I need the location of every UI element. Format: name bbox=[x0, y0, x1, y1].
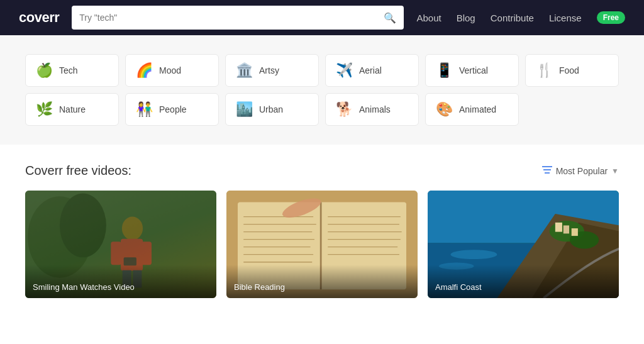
category-people[interactable]: 👫 People bbox=[125, 93, 219, 126]
videos-header: Coverr free videos: Most Popular ▼ bbox=[25, 164, 619, 178]
videos-title: Coverr free videos: bbox=[25, 164, 131, 178]
sort-dropdown-arrow: ▼ bbox=[611, 167, 619, 175]
artsy-icon: 🏛️ bbox=[236, 64, 253, 77]
aerial-icon: ✈️ bbox=[336, 64, 353, 77]
category-artsy[interactable]: 🏛️ Artsy bbox=[225, 54, 319, 87]
free-badge[interactable]: Free bbox=[597, 11, 625, 24]
svg-point-39 bbox=[450, 250, 497, 259]
videos-section: Coverr free videos: Most Popular ▼ bbox=[0, 145, 644, 317]
tech-icon: 🍏 bbox=[36, 64, 53, 77]
mood-icon: 🌈 bbox=[136, 64, 153, 77]
svg-point-6 bbox=[122, 217, 143, 240]
food-icon: 🍴 bbox=[536, 64, 553, 77]
svg-rect-8 bbox=[111, 241, 121, 265]
category-nature-label: Nature bbox=[59, 104, 86, 114]
category-artsy-label: Artsy bbox=[259, 65, 279, 75]
category-aerial-label: Aerial bbox=[359, 65, 382, 75]
svg-rect-37 bbox=[564, 225, 569, 233]
svg-point-5 bbox=[60, 194, 106, 258]
category-vertical[interactable]: 📱 Vertical bbox=[425, 54, 519, 87]
categories-grid: 🍏 Tech 🌈 Mood 🏛️ Artsy ✈️ Aerial 📱 Verti… bbox=[25, 54, 619, 126]
category-food-label: Food bbox=[559, 65, 579, 75]
nature-icon: 🌿 bbox=[36, 103, 53, 116]
video-card-bible[interactable]: Bible Reading bbox=[226, 191, 418, 298]
category-urban[interactable]: 🏙️ Urban bbox=[225, 93, 319, 126]
video-label-2: Bible Reading bbox=[226, 265, 418, 298]
search-bar[interactable]: 🔍 bbox=[72, 6, 404, 30]
urban-icon: 🏙️ bbox=[236, 103, 253, 116]
category-people-label: People bbox=[159, 104, 187, 114]
search-icon: 🔍 bbox=[384, 12, 396, 24]
category-aerial[interactable]: ✈️ Aerial bbox=[325, 54, 419, 87]
nav-blog[interactable]: Blog bbox=[457, 13, 475, 23]
sort-control[interactable]: Most Popular ▼ bbox=[542, 165, 619, 177]
category-mood[interactable]: 🌈 Mood bbox=[125, 54, 219, 87]
category-urban-label: Urban bbox=[259, 104, 283, 114]
category-tech-label: Tech bbox=[59, 65, 78, 75]
category-animals[interactable]: 🐕 Animals bbox=[325, 93, 419, 126]
nav-about[interactable]: About bbox=[416, 13, 441, 23]
category-nature[interactable]: 🌿 Nature bbox=[25, 93, 119, 126]
category-animated[interactable]: 🎨 Animated bbox=[425, 93, 519, 126]
header: coverr 🔍 About Blog Contribute License F… bbox=[0, 0, 644, 35]
video-card-amalfi[interactable]: Amalfi Coast bbox=[428, 191, 619, 298]
svg-rect-36 bbox=[555, 223, 562, 232]
nav-contribute[interactable]: Contribute bbox=[491, 13, 534, 23]
category-vertical-label: Vertical bbox=[459, 65, 488, 75]
vertical-icon: 📱 bbox=[436, 64, 453, 77]
sort-label: Most Popular bbox=[556, 166, 608, 176]
categories-section: 🍏 Tech 🌈 Mood 🏛️ Artsy ✈️ Aerial 📱 Verti… bbox=[0, 35, 644, 145]
svg-rect-9 bbox=[141, 241, 152, 265]
category-tech[interactable]: 🍏 Tech bbox=[25, 54, 119, 87]
video-grid: Smiling Man Watches Video bbox=[25, 191, 619, 298]
category-food[interactable]: 🍴 Food bbox=[525, 54, 619, 87]
video-label-1: Smiling Man Watches Video bbox=[25, 265, 216, 298]
main-nav: About Blog Contribute License Free bbox=[416, 11, 625, 24]
category-animals-label: Animals bbox=[359, 104, 391, 114]
video-label-3: Amalfi Coast bbox=[428, 265, 619, 298]
logo: coverr bbox=[19, 9, 59, 26]
svg-rect-38 bbox=[572, 228, 578, 236]
people-icon: 👫 bbox=[136, 103, 153, 116]
search-input[interactable] bbox=[79, 13, 384, 23]
category-mood-label: Mood bbox=[159, 65, 181, 75]
sort-icon bbox=[542, 165, 552, 177]
video-card-smiling-man[interactable]: Smiling Man Watches Video bbox=[25, 191, 216, 298]
category-animated-label: Animated bbox=[459, 104, 496, 114]
animated-icon: 🎨 bbox=[436, 103, 453, 116]
animals-icon: 🐕 bbox=[336, 103, 353, 116]
nav-license[interactable]: License bbox=[549, 13, 582, 23]
